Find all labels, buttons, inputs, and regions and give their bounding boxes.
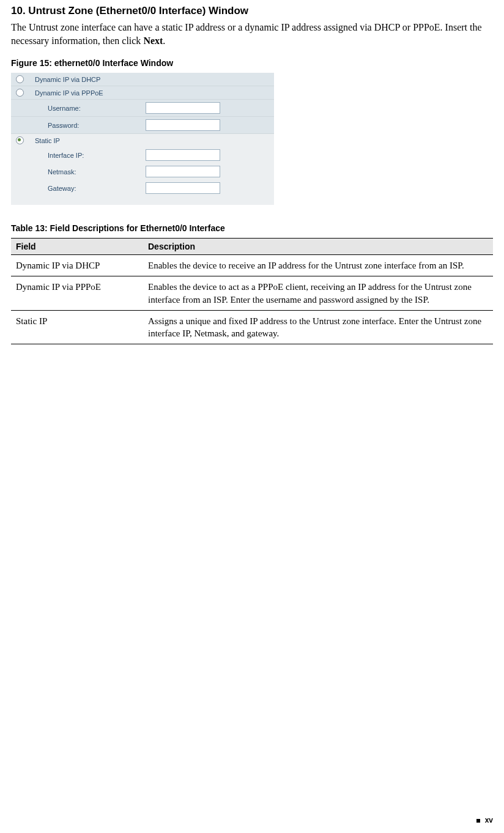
table-row: Dynamic IP via DHCP Enables the device t… <box>11 255 493 276</box>
table-cell-field: Dynamic IP via DHCP <box>11 255 143 276</box>
static-gateway-row: Gateway: <box>11 180 274 205</box>
pppoe-password-row: Password: <box>11 117 274 134</box>
table-row: Dynamic IP via PPPoE Enables the device … <box>11 276 493 311</box>
table-header-desc: Description <box>143 239 493 255</box>
page-number: xv <box>485 816 493 824</box>
static-netmask-row: Netmask: <box>11 163 274 180</box>
option-pppoe-label: Dynamic IP via PPPoE <box>35 89 103 97</box>
static-interfaceip-row: Interface IP: <box>11 147 274 163</box>
gateway-label: Gateway: <box>48 185 146 192</box>
option-dhcp-row[interactable]: Dynamic IP via DHCP <box>11 73 274 86</box>
username-input[interactable] <box>146 102 220 114</box>
intro-text-post: . <box>163 35 165 46</box>
pppoe-username-row: Username: <box>11 100 274 117</box>
netmask-input[interactable] <box>146 166 220 177</box>
table-caption: Table 13: Field Descriptions for Etherne… <box>11 223 493 233</box>
field-description-table: Field Description Dynamic IP via DHCP En… <box>11 238 493 344</box>
table-cell-field: Dynamic IP via PPPoE <box>11 276 143 311</box>
table-row: Static IP Assigns a unique and fixed IP … <box>11 310 493 344</box>
option-dhcp-label: Dynamic IP via DHCP <box>35 76 100 83</box>
radio-dhcp[interactable] <box>16 75 24 83</box>
intro-text-bold: Next <box>143 35 163 46</box>
netmask-label: Netmask: <box>48 168 146 176</box>
figure-caption: Figure 15: ethernet0/0 Interface Window <box>11 58 493 68</box>
option-static-row[interactable]: Static IP <box>11 134 274 147</box>
option-pppoe-row[interactable]: Dynamic IP via PPPoE <box>11 86 274 100</box>
interface-ip-label: Interface IP: <box>48 152 146 159</box>
table-cell-desc: Enables the device to act as a PPPoE cli… <box>143 276 493 311</box>
footer-bullet-icon <box>476 819 480 823</box>
intro-paragraph: The Untrust zone interface can have a st… <box>11 21 493 47</box>
table-cell-desc: Assigns a unique and fixed IP address to… <box>143 310 493 344</box>
table-header-field: Field <box>11 239 143 255</box>
table-header-row: Field Description <box>11 239 493 255</box>
interface-window-panel: Dynamic IP via DHCP Dynamic IP via PPPoE… <box>11 73 274 205</box>
section-heading: 10. Untrust Zone (Ethernet0/0 Interface)… <box>11 5 493 17</box>
username-label: Username: <box>48 105 146 112</box>
radio-static[interactable] <box>16 136 24 144</box>
option-static-label: Static IP <box>35 137 60 144</box>
table-cell-desc: Enables the device to receive an IP addr… <box>143 255 493 276</box>
intro-text-pre: The Untrust zone interface can have a st… <box>11 22 482 46</box>
table-cell-field: Static IP <box>11 310 143 344</box>
gateway-input[interactable] <box>146 182 220 194</box>
page-footer: xv <box>476 816 493 824</box>
password-input[interactable] <box>146 119 220 131</box>
password-label: Password: <box>48 122 146 129</box>
interface-ip-input[interactable] <box>146 149 220 161</box>
radio-pppoe[interactable] <box>16 89 24 97</box>
